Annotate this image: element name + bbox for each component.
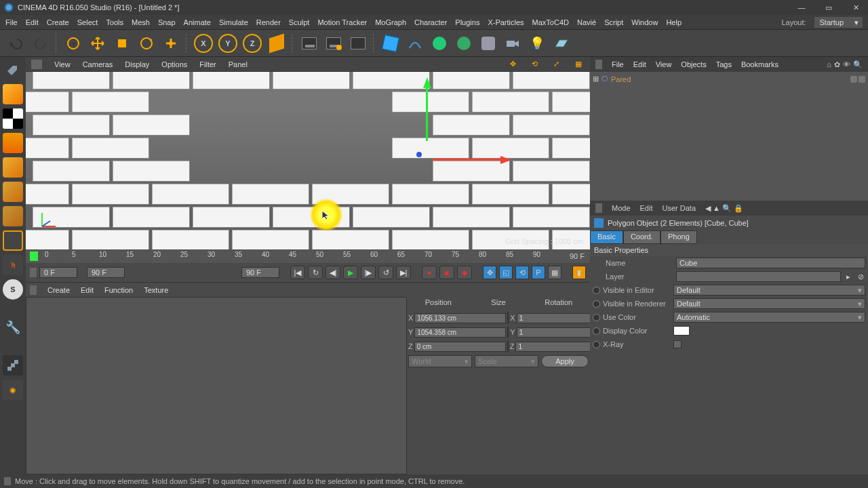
menu-help[interactable]: Help xyxy=(666,18,682,26)
redo-button[interactable] xyxy=(30,33,52,54)
prop-vis-ed-radio[interactable] xyxy=(593,287,600,294)
move-tool[interactable] xyxy=(87,33,108,54)
vp-handle-icon[interactable] xyxy=(31,60,42,69)
rotate-tool[interactable] xyxy=(136,33,157,54)
polygon-mode-button[interactable] xyxy=(3,206,23,226)
coord-apply-button[interactable]: Apply xyxy=(541,355,589,367)
om-icon2[interactable]: ✿ xyxy=(834,60,840,69)
scale-tool[interactable] xyxy=(111,33,133,54)
prop-vis-ed-dropdown[interactable]: Default xyxy=(673,285,865,296)
prop-usecol-dropdown[interactable]: Automatic xyxy=(673,312,865,323)
next-frame-button[interactable]: |▶ xyxy=(361,266,376,279)
autokey-button[interactable]: ◉ xyxy=(439,266,454,279)
last-tool[interactable] xyxy=(160,33,182,54)
om-menu-tags[interactable]: Tags xyxy=(716,60,732,68)
display-color-swatch[interactable] xyxy=(673,326,690,336)
frame-start-field[interactable] xyxy=(39,267,77,278)
menu-maxtoc4d[interactable]: MaxToC4D xyxy=(532,18,569,26)
minimize-button[interactable]: — xyxy=(793,1,810,14)
add-generator-button[interactable] xyxy=(429,33,450,54)
tab-basic[interactable]: Basic xyxy=(590,230,623,244)
menu-select[interactable]: Select xyxy=(77,18,98,26)
menu-animate[interactable]: Animate xyxy=(184,18,211,26)
om-handle-icon[interactable] xyxy=(595,60,602,69)
layer-pick-icon[interactable]: ▸ xyxy=(844,272,853,281)
render-pv-button[interactable] xyxy=(323,33,344,54)
menu-window[interactable]: Window xyxy=(631,18,658,26)
om-menu-edit[interactable]: Edit xyxy=(633,60,646,68)
tr-handle-icon[interactable] xyxy=(30,268,37,277)
prop-disp-radio[interactable] xyxy=(593,327,600,335)
texture-mode-button[interactable] xyxy=(3,108,23,129)
vpmenu-display[interactable]: Display xyxy=(125,60,149,68)
om-menu-bookmarks[interactable]: Bookmarks xyxy=(741,60,778,68)
viewport-solo-button[interactable]: 🔧 xyxy=(3,317,23,338)
viewport[interactable]: Grid Spacing : 1000 cm xyxy=(26,72,590,249)
prop-usecol-radio[interactable] xyxy=(593,314,600,321)
matmenu-create[interactable]: Create xyxy=(47,286,70,294)
om-icon3[interactable]: 👁 xyxy=(843,60,850,69)
mat-handle-icon[interactable] xyxy=(30,285,37,295)
key-rot-button[interactable]: ⟲ xyxy=(515,266,529,279)
menu-plugins[interactable]: Plugins xyxy=(455,18,479,26)
prop-vis-rn-radio[interactable] xyxy=(593,300,600,308)
prop-layer-field[interactable] xyxy=(676,271,841,282)
menu-snap[interactable]: Snap xyxy=(158,18,176,26)
render-view-button[interactable] xyxy=(298,33,320,54)
goto-end-forward-button[interactable]: ↺ xyxy=(378,266,393,279)
material-manager[interactable] xyxy=(26,297,407,474)
menu-character[interactable]: Character xyxy=(414,18,447,26)
xray-checkbox[interactable] xyxy=(673,340,682,348)
key-param-button[interactable]: P xyxy=(532,266,545,279)
keyframe-button[interactable]: ◆ xyxy=(457,266,472,279)
loop-button[interactable]: ↻ xyxy=(308,266,323,279)
vis-editor-dot[interactable] xyxy=(850,76,857,83)
attr-nav-lock-icon[interactable]: 🔒 xyxy=(734,204,743,212)
live-select-tool[interactable] xyxy=(62,33,84,54)
matmenu-texture[interactable]: Texture xyxy=(144,286,168,294)
matmenu-function[interactable]: Function xyxy=(104,286,133,294)
menu-script[interactable]: Script xyxy=(604,18,623,26)
attr-nav-up-icon[interactable]: ▲ xyxy=(713,204,720,212)
om-icon1[interactable]: ⌂ xyxy=(827,60,831,69)
key-pos-button[interactable]: ✥ xyxy=(483,266,496,279)
tab-phong[interactable]: Phong xyxy=(660,230,697,244)
vp-nav2-icon[interactable]: ⟲ xyxy=(532,60,541,69)
viewport-solo2-button[interactable]: ◉ xyxy=(3,380,23,400)
record-button[interactable]: ● xyxy=(422,266,437,279)
timeline-playhead[interactable] xyxy=(30,251,38,261)
layer-clear-icon[interactable]: ⊘ xyxy=(856,272,865,281)
menu-create[interactable]: Create xyxy=(47,18,69,26)
tree-item-pared[interactable]: ⊞ ⎔ Pared xyxy=(593,75,865,83)
attr-handle-icon[interactable] xyxy=(595,203,602,213)
goto-start-button[interactable]: |◀ xyxy=(290,266,305,279)
x-axis-lock[interactable]: X xyxy=(193,33,214,54)
coord-scalemode-dropdown[interactable]: Scale xyxy=(475,355,538,367)
menu-mesh[interactable]: Mesh xyxy=(132,18,150,26)
prev-frame-button[interactable]: ◀| xyxy=(326,266,340,279)
attr-nav-back-icon[interactable]: ◀ xyxy=(705,204,711,212)
vp-nav1-icon[interactable]: ✥ xyxy=(510,60,519,69)
menu-edit[interactable]: Edit xyxy=(26,18,39,26)
add-floor-button[interactable] xyxy=(551,33,572,54)
key-scale-button[interactable]: ◱ xyxy=(499,266,513,279)
undo-button[interactable] xyxy=(5,33,27,54)
vis-render-dot[interactable] xyxy=(859,76,865,83)
locked-button[interactable] xyxy=(3,355,23,375)
add-deformer-button[interactable] xyxy=(453,33,475,54)
make-editable-button[interactable] xyxy=(3,60,23,80)
menu-file[interactable]: File xyxy=(5,18,18,26)
edge-mode-button[interactable] xyxy=(3,182,23,202)
play-button[interactable]: ▶ xyxy=(343,266,358,279)
menu-xparticles[interactable]: X-Particles xyxy=(488,18,524,26)
tweak-button[interactable]: 🖱 xyxy=(3,255,23,275)
vp-nav4-icon[interactable]: ▦ xyxy=(575,60,585,69)
coord-space-dropdown[interactable]: World xyxy=(408,355,472,367)
add-environment-button[interactable] xyxy=(477,33,499,54)
coord-pos-Y[interactable] xyxy=(414,327,506,338)
close-button[interactable]: ✕ xyxy=(848,1,864,14)
coord-system-button[interactable] xyxy=(266,33,288,54)
menu-simulate[interactable]: Simulate xyxy=(219,18,248,26)
menu-tools[interactable]: Tools xyxy=(106,18,123,26)
vpmenu-filter[interactable]: Filter xyxy=(199,60,216,68)
